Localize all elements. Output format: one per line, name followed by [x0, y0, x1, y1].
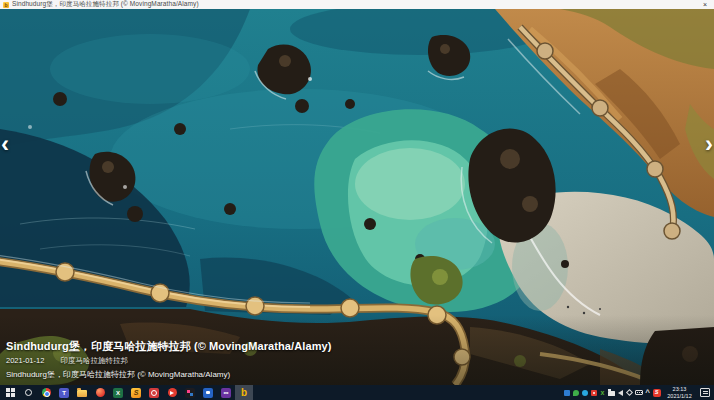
- tray-keyboard-icon[interactable]: [634, 385, 643, 400]
- tray-blue-square-icon[interactable]: [562, 385, 571, 400]
- caption-subtitle: Sindhudurg堡，印度马哈拉施特拉邦 (© MovingMaratha/A…: [6, 369, 332, 380]
- tray-blue-circle-icon[interactable]: [580, 385, 589, 400]
- visual-studio-icon: ∞: [221, 388, 231, 398]
- bing-wallpaper-app-icon: b: [3, 2, 9, 8]
- taskbar-visual-studio[interactable]: ∞: [217, 385, 235, 400]
- taskbar-clock[interactable]: 23:13 2021/1/12: [663, 386, 696, 399]
- teams-icon: T: [59, 388, 69, 398]
- bird-app-icon: [168, 388, 177, 397]
- taskbar: T X S ∞ b: [0, 385, 714, 400]
- next-image-button[interactable]: ›: [695, 128, 713, 160]
- taskbar-teams[interactable]: T: [55, 385, 73, 400]
- bing-wallpaper-icon: b: [241, 388, 247, 398]
- image-caption: Sindhudurg堡，印度马哈拉施特拉邦 (© MovingMaratha/A…: [6, 339, 332, 381]
- music-app-icon: [96, 388, 105, 397]
- tray-overflow-chevron-icon[interactable]: ^: [643, 385, 652, 400]
- taskbar-excel[interactable]: X: [109, 385, 127, 400]
- tray-volume-icon[interactable]: [616, 385, 625, 400]
- tray-sogou-input-icon[interactable]: S: [652, 385, 661, 400]
- windows-logo-icon: [6, 388, 15, 397]
- tray-usb-icon[interactable]: [625, 385, 634, 400]
- close-icon[interactable]: ×: [699, 0, 711, 9]
- taskbar-music-app[interactable]: [91, 385, 109, 400]
- camera-app-icon: [149, 388, 159, 398]
- ide-app-icon: [185, 388, 195, 398]
- desktop-screen: b Sindhudurg堡，印度马哈拉施特拉邦 (© MovingMaratha…: [0, 0, 714, 400]
- taskbar-file-explorer[interactable]: [73, 385, 91, 400]
- blue-app-icon: [203, 388, 213, 398]
- action-center-icon[interactable]: [700, 388, 710, 397]
- taskbar-blue-app[interactable]: [199, 385, 217, 400]
- window-title: Sindhudurg堡，印度马哈拉施特拉邦 (© MovingMaratha/A…: [12, 0, 199, 9]
- caption-meta: 2021-01-12印度马哈拉施特拉邦: [6, 356, 332, 366]
- taskbar-search-button[interactable]: [19, 385, 37, 400]
- file-explorer-icon: [77, 390, 87, 397]
- search-icon: [25, 389, 32, 396]
- chrome-icon: [42, 388, 51, 397]
- start-button[interactable]: [1, 385, 19, 400]
- excel-icon: X: [113, 388, 123, 398]
- window-titlebar: b Sindhudurg堡，印度马哈拉施特拉邦 (© MovingMaratha…: [0, 0, 714, 9]
- previous-image-button[interactable]: ‹: [1, 128, 19, 160]
- taskbar-bing-wallpaper-active[interactable]: b: [235, 385, 253, 400]
- taskbar-lightning-app[interactable]: S: [127, 385, 145, 400]
- caption-title: Sindhudurg堡，印度马哈拉施特拉邦 (© MovingMaratha/A…: [6, 339, 332, 354]
- wallpaper-stage: ‹ › Sindhudurg堡，印度马哈拉施特拉邦 (© MovingMarat…: [0, 9, 714, 385]
- tray-folder-icon[interactable]: [607, 385, 616, 400]
- system-tray: x ^ S 23:13 2021/1/12: [562, 385, 714, 400]
- tray-red-app-icon[interactable]: [589, 385, 598, 400]
- taskbar-chrome[interactable]: [37, 385, 55, 400]
- tray-green-leaf-icon[interactable]: [571, 385, 580, 400]
- caption-date: 2021-01-12: [6, 356, 44, 365]
- taskbar-ide-app[interactable]: [181, 385, 199, 400]
- caption-location: 印度马哈拉施特拉邦: [60, 356, 128, 365]
- tray-green-x-icon[interactable]: x: [598, 385, 607, 400]
- lightning-app-icon: S: [131, 388, 141, 398]
- clock-date: 2021/1/12: [663, 393, 696, 400]
- taskbar-camera-app[interactable]: [145, 385, 163, 400]
- taskbar-bird-app[interactable]: [163, 385, 181, 400]
